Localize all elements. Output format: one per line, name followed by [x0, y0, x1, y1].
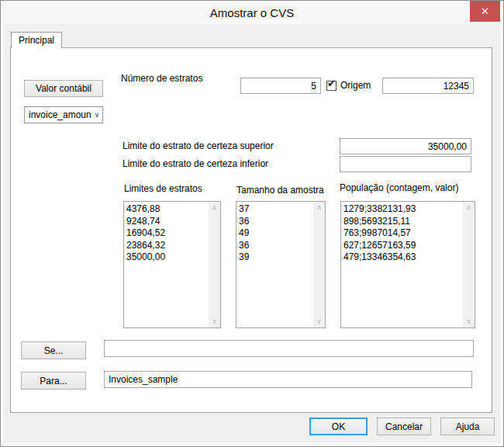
list-item[interactable]: 4376,88	[126, 203, 209, 216]
sample-size-label: Tamanho da amostra	[236, 185, 324, 196]
checkmark-icon: ✔	[327, 78, 336, 88]
dialog-window: Amostrar o CVS ✕ Principal Valor contábi…	[0, 0, 504, 447]
scroll-up-icon[interactable]: ∧	[466, 204, 471, 211]
num-strata-label: Número de estratos	[121, 73, 202, 84]
upper-limit-label: Limite do estrato de certeza superior	[123, 140, 274, 151]
population-label: População (contagem, valor)	[340, 182, 458, 193]
strata-limits-listbox[interactable]: 4376,889248,7416904,5223864,3235000,00 ∧…	[123, 201, 221, 328]
if-button-label: Se...	[44, 345, 64, 356]
close-icon: ✕	[481, 5, 489, 17]
scroll-up-icon[interactable]: ∧	[316, 204, 322, 211]
list-item[interactable]: 35000,00	[126, 251, 209, 264]
to-button-label: Para...	[40, 376, 67, 386]
window-title: Amostrar o CVS	[1, 6, 503, 19]
list-item[interactable]: 36	[239, 240, 313, 252]
account-value-button-label: Valor contábil	[36, 83, 91, 94]
cancel-button-label: Cancelar	[385, 421, 423, 432]
scrollbar[interactable]: ∧ ∨	[463, 202, 475, 327]
list-item[interactable]: 23864,32	[126, 240, 209, 252]
list-item[interactable]: 37	[239, 203, 313, 216]
scroll-up-icon[interactable]: ∧	[212, 204, 217, 211]
list-item[interactable]: 1279;3382131,93	[343, 203, 463, 216]
field-combobox[interactable]: invoice_amoun ∨	[24, 106, 103, 123]
strata-limits-list: 4376,889248,7416904,5223864,3235000,00	[124, 202, 209, 327]
field-combobox-value: invoice_amoun	[29, 109, 91, 120]
if-button[interactable]: Se...	[21, 341, 86, 359]
scrollbar[interactable]: ∧ ∨	[209, 202, 220, 327]
list-item[interactable]: 49	[239, 227, 313, 240]
list-item[interactable]: 9248,74	[126, 216, 209, 228]
scroll-down-icon[interactable]: ∨	[212, 318, 217, 325]
ok-button[interactable]: OK	[309, 418, 368, 435]
upper-limit-input[interactable]	[340, 138, 471, 154]
list-item[interactable]: 627;12657163,59	[343, 240, 463, 252]
strata-limits-label: Limites de estratos	[124, 183, 202, 194]
list-item[interactable]: 36	[239, 216, 313, 228]
help-button-label: Ajuda	[456, 421, 480, 432]
help-button[interactable]: Ajuda	[440, 418, 495, 435]
scroll-down-icon[interactable]: ∨	[316, 318, 322, 325]
tab-page: Valor contábil invoice_amoun ∨ Número de…	[10, 47, 492, 413]
to-input[interactable]	[104, 371, 472, 388]
origem-seed-input[interactable]	[382, 78, 474, 94]
tab-label: Principal	[19, 35, 54, 46]
cancel-button[interactable]: Cancelar	[377, 418, 431, 435]
sample-size-listbox[interactable]: 3736493639 ∧ ∨	[236, 201, 326, 328]
lower-limit-label: Limite do estrato de certeza inferior	[123, 158, 268, 169]
lower-limit-input[interactable]	[340, 156, 471, 172]
origem-label: Origem	[340, 80, 371, 91]
close-button[interactable]: ✕	[470, 1, 500, 22]
sample-size-list: 3736493639	[236, 202, 313, 327]
chevron-down-icon: ∨	[91, 111, 100, 119]
scrollbar[interactable]: ∧ ∨	[313, 202, 325, 327]
tab-principal[interactable]: Principal	[11, 32, 62, 48]
list-item[interactable]: 16904,52	[126, 227, 209, 240]
scroll-down-icon[interactable]: ∨	[466, 318, 471, 325]
num-strata-input[interactable]	[240, 78, 321, 94]
title-bar: Amostrar o CVS	[1, 1, 503, 24]
list-item[interactable]: 898;5693215,11	[343, 216, 463, 228]
if-input[interactable]	[104, 340, 474, 357]
list-item[interactable]: 479;13346354,63	[343, 251, 463, 264]
ok-button-label: OK	[332, 421, 345, 432]
list-item[interactable]: 763;9987014,57	[343, 227, 463, 240]
list-item[interactable]: 39	[239, 251, 313, 264]
population-list: 1279;3382131,93898;5693215,11763;9987014…	[341, 202, 463, 327]
account-value-button[interactable]: Valor contábil	[24, 80, 103, 97]
to-button[interactable]: Para...	[21, 372, 86, 390]
population-listbox[interactable]: 1279;3382131,93898;5693215,11763;9987014…	[340, 201, 475, 328]
origem-checkbox[interactable]: ✔	[326, 81, 337, 91]
